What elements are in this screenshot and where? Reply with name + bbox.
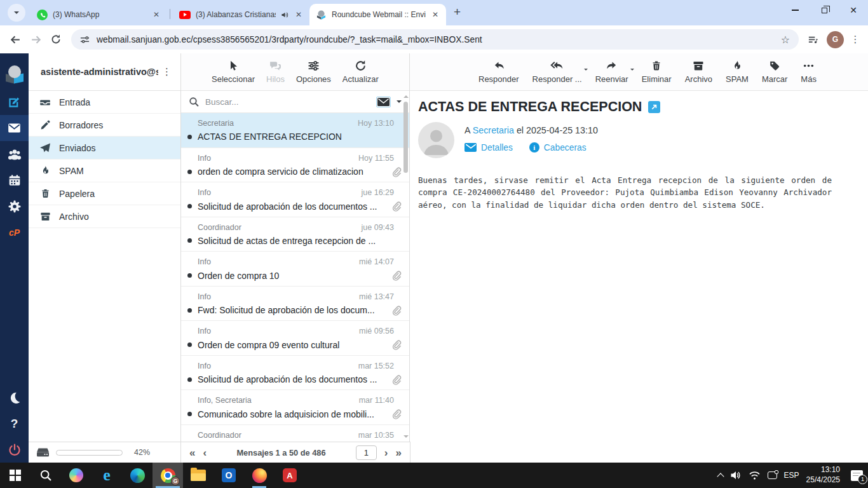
dropdown-caret-icon[interactable] [630,69,634,72]
refresh-button[interactable]: Actualizar [341,60,380,84]
message-list-item[interactable]: Info, Secretariamar 11:40 Comunicado sob… [181,390,409,425]
reply-button[interactable]: Responder [477,60,520,84]
help-icon[interactable]: ? [0,410,29,437]
close-button[interactable]: ✕ [839,0,868,20]
bookmark-star-icon[interactable]: ☆ [781,34,790,46]
scroll-down-icon[interactable] [403,435,409,440]
calendar-icon[interactable] [0,167,29,193]
sidebar-item-entrada[interactable]: Entrada [29,91,180,114]
media-controls-icon[interactable] [803,29,823,50]
prev-page-button[interactable]: ‹ [203,447,207,458]
threads-button[interactable]: Hilos [265,60,286,84]
contacts-icon[interactable] [0,141,29,167]
firefox-button[interactable] [244,463,275,488]
options-button[interactable]: Opciones [295,60,332,84]
tab-audio-icon[interactable] [281,11,289,19]
message-list-item[interactable]: Infomié 14:07 Orden de compra 10 [181,252,409,287]
forward-button[interactable]: Reenviar [594,60,630,84]
reply-all-button[interactable]: Responder ... [531,60,583,84]
list-scrollbar[interactable] [402,93,409,440]
message-list-item[interactable]: InfoHoy 11:55 orden de compra servicio d… [181,148,409,183]
browser-menu-icon[interactable]: ⋮ [848,34,863,45]
logout-power-icon[interactable] [0,437,29,463]
search-input[interactable] [205,97,370,107]
outlook-button[interactable]: O [214,463,244,488]
open-in-new-window-icon[interactable] [648,101,660,113]
notification-center-icon[interactable]: 1 [851,470,863,481]
scrollbar-thumb[interactable] [403,102,408,173]
taskbar-search-button[interactable] [31,463,61,488]
archive-button[interactable]: Archivo [684,60,714,84]
wifi-icon[interactable] [749,471,761,480]
back-button[interactable] [5,29,25,50]
sidebar-item-enviados[interactable]: Enviados [29,137,180,159]
sidebar-item-spam[interactable]: SPAM [29,159,180,182]
forward-button[interactable] [25,29,46,50]
file-explorer-button[interactable] [183,463,214,488]
tab-close-icon[interactable]: ✕ [152,10,161,19]
browser-tab-whatsapp[interactable]: (3) WhatsApp ✕ [31,4,167,25]
profile-avatar[interactable]: G [827,31,844,48]
spam-button[interactable]: SPAM [724,60,750,84]
last-page-button[interactable]: » [396,447,402,458]
volume-icon[interactable] [730,470,742,480]
start-button[interactable] [0,463,31,488]
pagination-label: Mensajes 1 a 50 de 486 [214,448,348,458]
tab-search-button[interactable] [8,4,25,22]
clock[interactable]: 13:10 25/4/2025 [806,465,840,485]
browser-tab-youtube[interactable]: (3) Alabanzas Cristianas 202 ✕ [173,4,309,25]
tray-expand-chevron-icon[interactable] [717,473,724,480]
chrome-button[interactable]: G [153,463,183,488]
sidebar-item-archivo[interactable]: Archivo [29,205,180,228]
meet-now-icon[interactable] [768,471,777,479]
more-button[interactable]: Más [799,60,818,84]
chrome-profile-badge: G [171,477,180,485]
account-menu-icon[interactable]: ⋮ [158,66,175,78]
message-list-item[interactable]: Coordinadorjue 09:43 Solicitud de actas … [181,217,409,252]
maximize-button[interactable] [810,0,839,20]
message-list-item[interactable]: Infomié 13:47 Fwd: Solicitud de aprobaci… [181,287,409,322]
search-scope-envelope-icon[interactable] [376,97,391,107]
mark-button[interactable]: Marcar [761,60,789,84]
message-list-item[interactable]: Infomié 09:56 Orden de compra 09 evento … [181,321,409,356]
folder-sidebar: asistente-administrativo@sa... ⋮ Entrada… [29,53,181,463]
dropdown-caret-icon[interactable] [584,69,588,72]
delete-button[interactable]: Eliminar [641,60,673,84]
headers-toggle[interactable]: i Cabeceras [529,142,587,152]
message-list-item[interactable]: Infomar 15:52 Solicitud de aprobación de… [181,356,409,391]
compose-icon[interactable] [0,89,29,115]
address-bar[interactable]: webmail.sanjuan.gob.ec/cpsess3856565201/… [71,29,799,50]
url-text[interactable]: webmail.sanjuan.gob.ec/cpsess3856565201/… [97,35,774,44]
next-page-button[interactable]: › [384,447,388,458]
edge-button[interactable] [122,463,153,488]
acrobat-button[interactable]: A [275,463,305,488]
site-settings-icon[interactable] [80,35,90,44]
cpanel-icon[interactable]: cP [0,219,29,245]
language-indicator[interactable]: ESP [784,471,799,480]
mail-icon[interactable] [0,115,29,141]
first-page-button[interactable]: « [189,447,195,458]
message-list-item[interactable]: Infojue 16:29 Solicitud de aprobación de… [181,182,409,217]
tray-time: 13:10 [821,465,840,474]
browser-tab-roundcube[interactable]: Roundcube Webmail :: Enviados ✕ [309,4,446,25]
details-toggle[interactable]: Detalles [465,143,513,152]
copilot-button[interactable] [61,463,92,488]
roundcube-logo-icon[interactable] [0,58,29,89]
tab-close-icon[interactable]: ✕ [431,10,440,19]
settings-gear-icon[interactable] [0,193,29,219]
recipient-link[interactable]: Secretaria [473,125,514,135]
tab-close-icon[interactable]: ✕ [294,10,303,19]
search-options-chevron-icon[interactable] [397,100,402,105]
sidebar-item-papelera[interactable]: Papelera [29,182,180,205]
internet-explorer-button[interactable]: e [92,463,122,488]
page-number-input[interactable]: 1 [356,445,377,460]
dark-mode-moon-icon[interactable] [0,384,29,410]
new-tab-button[interactable]: + [454,5,461,19]
message-list-item[interactable]: SecretariaHoy 13:10 ACTAS DE ENTREGA REC… [181,113,409,148]
refresh-icon [355,60,367,72]
minimize-button[interactable] [780,0,810,20]
select-button[interactable]: Seleccionar [210,60,256,84]
reload-button[interactable] [46,29,66,50]
scroll-up-icon[interactable] [403,93,409,98]
sidebar-item-borradores[interactable]: Borradores [29,114,180,137]
